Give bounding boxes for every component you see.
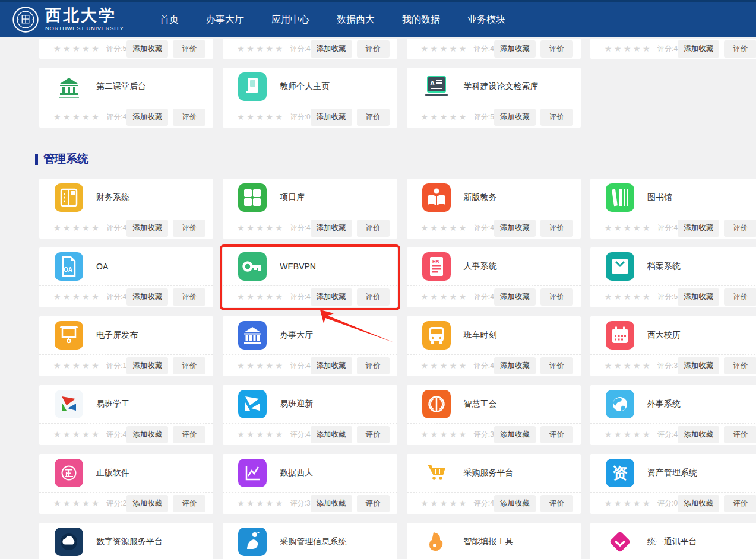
rate-button[interactable]: 评价 — [173, 288, 205, 306]
add-favorite-button[interactable]: 添加收藏 — [494, 357, 536, 374]
rate-button[interactable]: 评价 — [540, 220, 573, 237]
app-card[interactable]: 易班学工 ★★★★★ 评分:4 添加收藏 评价 — [39, 385, 213, 445]
add-favorite-button[interactable]: 添加收藏 — [126, 426, 168, 443]
rate-button[interactable]: 评价 — [540, 495, 573, 512]
add-favorite-button[interactable]: 添加收藏 — [311, 426, 352, 443]
nav-item-6[interactable]: 业务模块 — [454, 14, 519, 26]
add-favorite-button[interactable]: 添加收藏 — [126, 495, 168, 512]
rate-button[interactable]: 评价 — [357, 40, 390, 58]
app-card[interactable]: 新版教务 ★★★★★ 评分:4 添加收藏 评价 — [407, 179, 581, 239]
rate-button[interactable]: 评价 — [540, 426, 573, 443]
rate-button[interactable]: 评价 — [173, 220, 205, 237]
add-favorite-button[interactable]: 添加收藏 — [678, 426, 719, 443]
rate-button[interactable]: 评价 — [540, 357, 573, 374]
rate-button[interactable]: 评价 — [357, 357, 390, 374]
app-card[interactable]: 图书馆 ★★★★★ 评分:4 添加收藏 评价 — [590, 179, 756, 239]
app-card-rating-row: ★★★★★ 评分:4 添加收藏 评价 — [39, 423, 213, 445]
app-card[interactable]: 第二课堂后台 ★★★★★ 评分:4 添加收藏 评价 — [39, 68, 213, 128]
rate-button[interactable]: 评价 — [357, 220, 390, 237]
app-card[interactable]: 智慧工会 ★★★★★ 评分:3 添加收藏 评价 — [407, 385, 581, 445]
add-favorite-button[interactable]: 添加收藏 — [126, 357, 168, 374]
nav-item-2[interactable]: 办事大厅 — [192, 14, 258, 26]
rate-button[interactable]: 评价 — [724, 220, 756, 237]
add-favorite-button[interactable]: 添加收藏 — [494, 288, 536, 306]
add-favorite-button[interactable]: 添加收藏 — [494, 495, 536, 512]
app-card[interactable]: 统一通讯平台 ★★★★★ 添加收藏 评价 — [590, 523, 756, 559]
rate-button[interactable]: 评价 — [724, 288, 756, 306]
rate-button[interactable]: 评价 — [357, 426, 390, 443]
app-card-partial[interactable]: ★★★★★ 评分:4 添加收藏 评价 — [407, 39, 581, 59]
teacher-homepage-book-icon — [238, 72, 267, 101]
app-card-partial[interactable]: ★★★★★ 评分:4 添加收藏 评价 — [590, 39, 756, 59]
add-favorite-button[interactable]: 添加收藏 — [678, 495, 719, 512]
app-card[interactable]: OA OA ★★★★★ 评分:4 添加收藏 评价 — [39, 247, 213, 307]
add-favorite-button[interactable]: 添加收藏 — [311, 288, 352, 306]
rate-button[interactable]: 评价 — [173, 40, 205, 58]
app-card[interactable]: 数据西大 ★★★★★ 评分:3 添加收藏 评价 — [223, 454, 397, 514]
app-card[interactable]: 外事系统 ★★★★★ 评分:4 添加收藏 评价 — [590, 385, 756, 445]
app-card[interactable]: 电子屏发布 ★★★★★ 评分:1 添加收藏 评价 — [39, 316, 213, 376]
rate-button[interactable]: 评价 — [540, 109, 573, 126]
rate-button[interactable]: 评价 — [724, 495, 756, 512]
app-card[interactable]: 项目库 ★★★★★ 评分:4 添加收藏 评价 — [223, 179, 397, 239]
add-favorite-button[interactable]: 添加收藏 — [311, 40, 352, 58]
rate-button[interactable]: 评价 — [357, 109, 390, 126]
nav-item-4[interactable]: 数据西大 — [323, 14, 388, 26]
app-score: 评分:4 — [474, 498, 494, 509]
app-card-highlighted[interactable]: WEBVPN ★★★★★ 评分:4 添加收藏 评价 — [223, 247, 397, 307]
app-card-partial[interactable]: ★★★★★ 评分:5 添加收藏 评价 — [39, 39, 213, 59]
nav-item-1[interactable]: 首页 — [146, 14, 192, 26]
add-favorite-button[interactable]: 添加收藏 — [126, 40, 168, 58]
add-favorite-button[interactable]: 添加收藏 — [311, 220, 352, 237]
app-card[interactable]: 西大校历 ★★★★★ 评分:3 添加收藏 评价 — [590, 316, 756, 376]
add-favorite-button[interactable]: 添加收藏 — [126, 109, 168, 126]
app-card[interactable]: HR 人事系统 ★★★★★ 评分:4 添加收藏 评价 — [407, 247, 581, 307]
app-card-partial[interactable]: ★★★★★ 评分:4 添加收藏 评价 — [223, 39, 397, 59]
app-card[interactable]: 易班迎新 ★★★★★ 评分:4 添加收藏 评价 — [223, 385, 397, 445]
add-favorite-button[interactable]: 添加收藏 — [678, 220, 719, 237]
app-card-top: HR 人事系统 — [407, 247, 581, 285]
add-favorite-button[interactable]: 添加收藏 — [678, 288, 719, 306]
rate-button[interactable]: 评价 — [540, 288, 573, 306]
add-favorite-button[interactable]: 添加收藏 — [494, 109, 536, 126]
rate-button[interactable]: 评价 — [724, 357, 756, 374]
app-card[interactable]: 采购服务平台 ★★★★★ 评分:4 添加收藏 评价 — [407, 454, 581, 514]
add-favorite-button[interactable]: 添加收藏 — [311, 109, 352, 126]
add-favorite-button[interactable]: 添加收藏 — [126, 220, 168, 237]
app-card[interactable]: 档案系统 ★★★★★ 评分:5 添加收藏 评价 — [590, 247, 756, 307]
university-logo[interactable]: 西北大学 NORTHWEST UNIVERSITY — [12, 6, 138, 33]
rate-button[interactable]: 评价 — [357, 495, 390, 512]
app-card[interactable]: 智能填报工具 ★★★★★ 添加收藏 评价 — [407, 523, 581, 559]
rate-button[interactable]: 评价 — [173, 426, 205, 443]
app-card[interactable]: 办事大厅 ★★★★★ 评分:4 添加收藏 评价 — [223, 316, 397, 376]
add-favorite-button[interactable]: 添加收藏 — [678, 357, 719, 374]
app-card[interactable]: 教师个人主页 ★★★★★ 评分:0 添加收藏 评价 — [223, 68, 397, 128]
oa-document-icon: OA — [55, 252, 83, 281]
add-favorite-button[interactable]: 添加收藏 — [311, 495, 352, 512]
rate-button[interactable]: 评价 — [540, 40, 573, 58]
nav-item-5[interactable]: 我的数据 — [388, 14, 454, 26]
add-favorite-button[interactable]: 添加收藏 — [494, 426, 536, 443]
rate-button[interactable]: 评价 — [724, 426, 756, 443]
add-favorite-button[interactable]: 添加收藏 — [494, 40, 536, 58]
add-favorite-button[interactable]: 添加收藏 — [126, 288, 168, 306]
app-card[interactable]: 财务系统 ★★★★★ 评分:4 添加收藏 评价 — [39, 179, 213, 239]
rate-button[interactable]: 评价 — [173, 109, 205, 126]
rate-button[interactable]: 评价 — [724, 40, 756, 58]
app-card[interactable]: 数字资源服务平台 ★★★★★ 添加收藏 评价 — [39, 523, 213, 559]
rate-button[interactable]: 评价 — [173, 495, 205, 512]
app-card-top: 图书馆 — [590, 179, 756, 217]
app-score: 评分:5 — [106, 44, 126, 54]
app-card[interactable]: A 学科建设论文检索库 ★★★★★ 评分:5 添加收藏 评价 — [407, 68, 581, 128]
add-favorite-button[interactable]: 添加收藏 — [494, 220, 536, 237]
rate-button[interactable]: 评价 — [173, 357, 205, 374]
add-favorite-button[interactable]: 添加收藏 — [678, 40, 719, 58]
app-card-rating-row: ★★★★★ 评分:4 添加收藏 评价 — [407, 492, 581, 514]
app-card[interactable]: 班车时刻 ★★★★★ 评分:4 添加收藏 评价 — [407, 316, 581, 376]
nav-item-3[interactable]: 应用中心 — [258, 14, 323, 26]
app-card[interactable]: 正版软件 ★★★★★ 评分:2 添加收藏 评价 — [39, 454, 213, 514]
add-favorite-button[interactable]: 添加收藏 — [311, 357, 352, 374]
app-card[interactable]: 资 资产管理系统 ★★★★★ 评分:0 添加收藏 评价 — [590, 454, 756, 514]
rate-button[interactable]: 评价 — [357, 288, 390, 306]
app-card[interactable]: 采购管理信息系统 ★★★★★ 添加收藏 评价 — [223, 523, 397, 559]
